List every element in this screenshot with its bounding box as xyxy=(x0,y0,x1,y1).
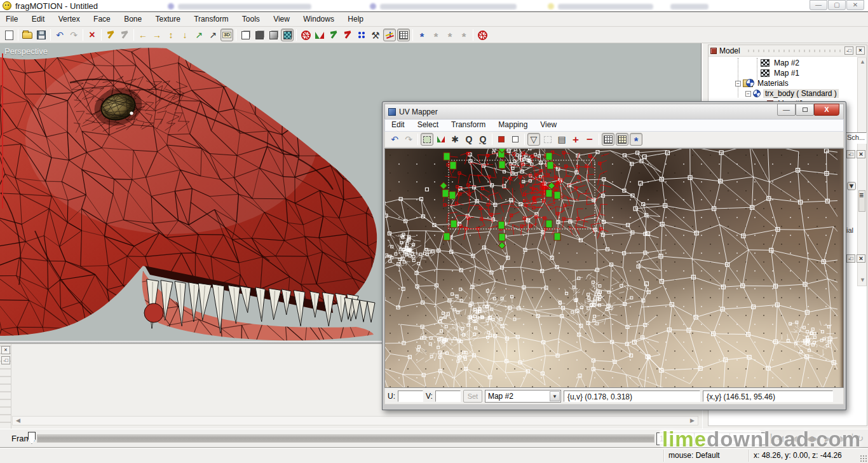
scrollbar-thumb[interactable]: ≡ xyxy=(858,190,865,212)
main-titlebar[interactable]: fragMOTION - Untitled — ▢ ✕ xyxy=(0,0,868,12)
close-icon[interactable]: × xyxy=(856,46,865,55)
uv-zoom-region-icon[interactable]: Q xyxy=(477,133,489,146)
axes-icon[interactable] xyxy=(383,29,396,41)
model-scrollbar[interactable]: ▲ ≡ ▼ xyxy=(857,57,867,286)
delete-icon[interactable]: × xyxy=(86,29,98,41)
save-icon[interactable] xyxy=(35,29,48,41)
wheel-2-icon[interactable] xyxy=(476,29,489,41)
bones-tool-icon[interactable]: ⚒ xyxy=(369,29,382,41)
new-icon[interactable] xyxy=(3,29,15,41)
menu-texture[interactable]: Texture xyxy=(150,13,186,27)
v-input[interactable] xyxy=(435,390,461,402)
open-icon[interactable] xyxy=(21,29,34,41)
menu-vertex[interactable]: Vertex xyxy=(53,13,86,27)
menu-transform[interactable]: Transform xyxy=(188,13,234,27)
pin-icon[interactable]: -□ xyxy=(846,254,855,263)
uv-titlebar[interactable]: UV Mapper — X xyxy=(384,104,844,119)
tree-item-map1[interactable]: Map #1 xyxy=(709,68,867,78)
menu-bone[interactable]: Bone xyxy=(118,13,147,27)
uv-fill-red-icon[interactable] xyxy=(495,133,508,146)
uv-pan-icon[interactable]: ✱ xyxy=(449,133,461,146)
hammer-icon[interactable] xyxy=(104,29,117,41)
close-icon[interactable]: × xyxy=(857,254,865,263)
uv-filter-off-icon[interactable] xyxy=(541,133,554,146)
shaded-cube-icon[interactable] xyxy=(267,29,280,41)
snap-1-icon[interactable]: * xyxy=(430,29,442,41)
uv-minimize-button[interactable]: — xyxy=(777,104,796,116)
mirror-icon[interactable] xyxy=(313,29,326,41)
scroll-up-icon[interactable]: ▲ xyxy=(858,59,867,66)
uv-menu-view[interactable]: View xyxy=(534,119,563,132)
close-button[interactable]: ✕ xyxy=(846,0,864,10)
menu-tools[interactable]: Tools xyxy=(236,13,266,27)
minimize-button[interactable]: — xyxy=(810,0,827,10)
vertices-icon[interactable] xyxy=(355,29,368,41)
mode-3d-icon[interactable]: 3D xyxy=(220,29,233,41)
u-input[interactable] xyxy=(398,390,423,402)
move-down-icon[interactable]: ↓ xyxy=(179,29,191,41)
uv-fill-none-icon[interactable] xyxy=(509,133,522,146)
set-button[interactable]: Set xyxy=(463,390,482,403)
solid-cube-icon[interactable] xyxy=(253,29,266,41)
menu-help[interactable]: Help xyxy=(342,13,369,27)
uv-select-icon[interactable] xyxy=(421,133,433,146)
move-right-icon[interactable]: → xyxy=(151,29,163,41)
scroll-right-icon[interactable]: ▶ xyxy=(688,417,697,424)
uv-mapper-window[interactable]: UV Mapper — X Edit Select Transform Mapp… xyxy=(382,101,846,410)
dock-pin-icon[interactable]: -□ xyxy=(1,356,10,364)
tree-item-materials[interactable]: − Materials xyxy=(709,78,867,88)
uv-zoom-icon[interactable]: Q xyxy=(463,133,475,146)
dropdown-icon[interactable]: ▼ xyxy=(847,182,856,190)
expander-icon[interactable]: − xyxy=(745,91,751,97)
uv-undo-icon[interactable]: ↶ xyxy=(388,133,401,146)
move-vertical-icon[interactable]: ↕ xyxy=(165,29,177,41)
redo-icon[interactable]: ↷ xyxy=(67,29,80,41)
bend-tool-icon[interactable] xyxy=(327,29,340,41)
menu-file[interactable]: File xyxy=(0,13,24,27)
scale-icon[interactable]: ↗ xyxy=(207,29,219,41)
uv-menu-mapping[interactable]: Mapping xyxy=(492,119,534,132)
menu-face[interactable]: Face xyxy=(88,13,116,27)
uv-add-icon[interactable]: + xyxy=(569,133,582,146)
snap-3-icon[interactable]: * xyxy=(458,29,470,41)
pin-icon[interactable]: -□ xyxy=(846,150,855,158)
maximize-button[interactable]: ▢ xyxy=(828,0,846,10)
menu-windows[interactable]: Windows xyxy=(297,13,340,27)
wireframe-cube-icon[interactable] xyxy=(239,29,252,41)
scroll-left-icon[interactable]: ◀ xyxy=(13,417,23,424)
dropdown-icon[interactable]: ▼ xyxy=(550,391,560,401)
hammer-disabled-icon[interactable] xyxy=(118,29,131,41)
expander-icon[interactable]: − xyxy=(735,81,741,86)
uv-canvas[interactable] xyxy=(384,148,844,388)
uv-remove-icon[interactable]: − xyxy=(583,133,596,146)
menu-view[interactable]: View xyxy=(268,13,295,27)
frame-slider-track[interactable] xyxy=(37,434,654,443)
uv-redo-icon[interactable]: ↷ xyxy=(402,133,415,146)
move-left-icon[interactable]: ← xyxy=(137,29,149,41)
wheel-icon[interactable] xyxy=(299,29,312,41)
uv-face-select-icon[interactable] xyxy=(435,133,447,146)
uv-menu-transform[interactable]: Transform xyxy=(445,119,492,132)
uv-maximize-button[interactable] xyxy=(796,104,814,116)
uv-filter-icon[interactable]: ▽ xyxy=(527,133,540,146)
uv-page-icon[interactable]: ▤ xyxy=(555,133,568,146)
uv-menu-select[interactable]: Select xyxy=(411,119,445,132)
uv-grid-snap-icon[interactable] xyxy=(616,133,628,146)
scroll-down-icon[interactable]: ▼ xyxy=(858,277,867,284)
snap-add-icon[interactable]: * xyxy=(416,29,428,41)
dock-close-icon[interactable]: × xyxy=(1,346,10,354)
uv-grid-fine-icon[interactable] xyxy=(602,133,614,146)
horizontal-scrollbar[interactable]: ◀ ▶ xyxy=(12,416,698,425)
textured-cube-icon[interactable] xyxy=(281,29,294,41)
resize-grip[interactable] xyxy=(859,454,867,462)
rotate-icon[interactable]: ↗ xyxy=(193,29,205,41)
tree-item-map2[interactable]: Map #2 xyxy=(709,58,867,68)
close-icon[interactable]: × xyxy=(857,150,865,158)
uv-close-button[interactable]: X xyxy=(814,104,839,116)
grid-icon[interactable] xyxy=(397,29,410,41)
snap-2-icon[interactable]: * xyxy=(444,29,456,41)
uv-menu-edit[interactable]: Edit xyxy=(385,119,411,132)
menu-edit[interactable]: Edit xyxy=(26,13,51,27)
model-panel-titlebar[interactable]: Model -□ × xyxy=(709,45,867,57)
weld-tool-icon[interactable] xyxy=(341,29,354,41)
